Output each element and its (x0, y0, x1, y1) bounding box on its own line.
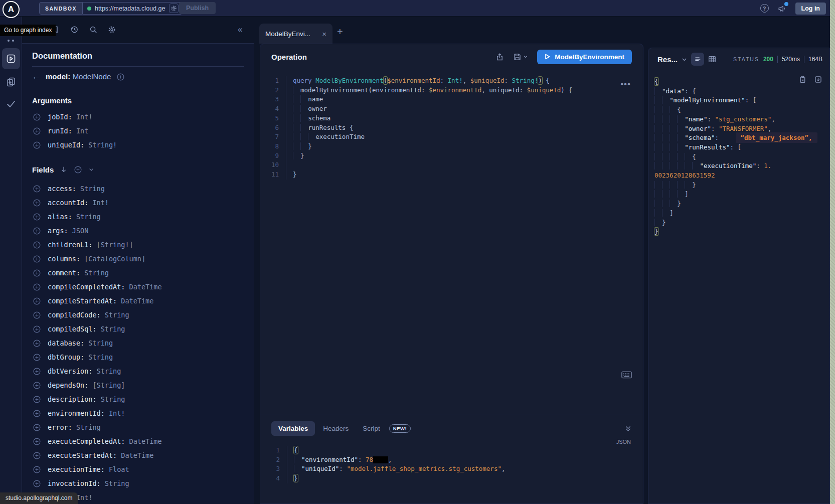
tab-script[interactable]: Script (357, 421, 386, 436)
field-row[interactable]: dependsOn: [String] (32, 378, 244, 392)
graph-index-button[interactable] (7, 37, 16, 43)
schema-diff-nav-button[interactable] (6, 76, 17, 87)
plus-circle-icon[interactable] (33, 367, 41, 376)
field-type[interactable]: String (105, 311, 129, 319)
announcements-button[interactable] (777, 4, 787, 13)
field-row[interactable]: dbtGroup: String (32, 350, 244, 364)
formatted-view-button[interactable] (691, 53, 704, 66)
plus-circle-icon[interactable] (33, 199, 41, 207)
field-type[interactable]: Int! (92, 199, 109, 207)
plus-circle-icon[interactable] (33, 325, 41, 333)
plus-circle-icon[interactable] (33, 255, 41, 263)
field-type[interactable]: String (76, 423, 101, 431)
arrow-down-icon[interactable] (60, 165, 68, 174)
argument-type[interactable]: Int (76, 127, 88, 135)
plus-circle-icon[interactable] (33, 423, 41, 432)
close-tab-button[interactable]: × (322, 30, 326, 38)
field-type[interactable]: DateTime (129, 437, 162, 445)
doc-field-type-link[interactable]: ModelNode (73, 72, 111, 81)
help-button[interactable]: ? (760, 4, 769, 13)
tab-headers[interactable]: Headers (317, 421, 355, 436)
checklist-nav-button[interactable] (6, 98, 17, 109)
field-type[interactable]: String (101, 395, 125, 403)
argument-row[interactable]: uniqueId: String! (32, 138, 244, 152)
field-type[interactable]: String (88, 339, 113, 347)
clipboard-icon[interactable] (798, 75, 807, 84)
collapse-variables-button[interactable] (624, 425, 632, 432)
field-row[interactable]: compiledSql: String (32, 322, 244, 336)
tab-variables[interactable]: Variables (271, 421, 315, 436)
plus-circle-icon[interactable] (33, 185, 41, 193)
plus-circle-icon[interactable] (33, 395, 41, 404)
apollo-logo[interactable]: A (3, 1, 20, 18)
argument-row[interactable]: runId: Int (32, 124, 244, 138)
field-type[interactable]: String (76, 213, 101, 221)
field-type[interactable]: String (80, 185, 105, 193)
endpoint-url-input[interactable]: https://metadata.cloud.getd (83, 2, 182, 15)
field-type[interactable]: String (105, 479, 129, 487)
field-row[interactable]: columns: [CatalogColumn] (32, 252, 244, 266)
settings-button[interactable] (107, 25, 116, 34)
plus-circle-icon[interactable] (33, 113, 41, 121)
field-row[interactable]: executionTime: Float (32, 462, 244, 476)
plus-circle-icon[interactable] (74, 165, 82, 174)
field-row[interactable]: executeStartedAt: DateTime (32, 448, 244, 462)
plus-circle-icon[interactable] (33, 297, 41, 305)
chevron-down-icon[interactable] (681, 56, 688, 63)
field-row[interactable]: description: String (32, 392, 244, 406)
variables-editor[interactable]: 1{2 "environmentId": 78,3 "uniqueId": "m… (271, 446, 632, 483)
argument-type[interactable]: Int! (76, 113, 93, 121)
plus-circle-icon[interactable] (33, 269, 41, 277)
field-type[interactable]: String (101, 325, 125, 333)
field-row[interactable]: environmentId: Int! (32, 406, 244, 420)
keyboard-shortcuts-button[interactable] (621, 371, 632, 379)
run-operation-button[interactable]: ModelByEnvironment (537, 50, 632, 64)
field-type[interactable]: [CatalogColumn] (84, 255, 145, 263)
field-row[interactable]: alias: String (32, 210, 244, 224)
save-operation-button[interactable] (513, 53, 528, 61)
field-row[interactable]: childrenL1: [String!] (32, 238, 244, 252)
plus-circle-icon[interactable] (33, 451, 41, 460)
new-tab-button[interactable]: + (337, 26, 343, 38)
field-type[interactable]: Float (109, 465, 129, 473)
plus-circle-icon[interactable] (33, 381, 41, 390)
field-row[interactable]: access: String (32, 182, 244, 196)
chevron-down-icon[interactable] (88, 166, 94, 173)
field-type[interactable]: String (84, 269, 109, 277)
field-type[interactable]: JSON (72, 227, 89, 235)
history-button[interactable] (70, 25, 79, 34)
plus-circle-icon[interactable] (33, 339, 41, 348)
field-type[interactable]: Int! (109, 409, 125, 417)
response-json[interactable]: { "data": { "modelByEnvironment": [ { "n… (654, 77, 829, 237)
plus-circle-icon[interactable] (33, 127, 41, 135)
field-type[interactable]: DateTime (129, 283, 162, 291)
field-type[interactable]: Int! (76, 493, 93, 501)
operation-tab[interactable]: ModelByEnvi... × (259, 24, 332, 44)
field-type[interactable]: [String!] (97, 241, 133, 249)
field-row[interactable]: error: String (32, 420, 244, 434)
field-row[interactable]: compileStartedAt: DateTime (32, 294, 244, 308)
field-row[interactable]: args: JSON (32, 224, 244, 238)
field-row[interactable]: invocationId: String (32, 476, 244, 490)
plus-circle-icon[interactable] (33, 227, 41, 235)
login-button[interactable]: Log in (795, 3, 826, 15)
field-row[interactable]: database: String (32, 336, 244, 350)
query-editor[interactable]: 1query ModelByEnvironment($environmentId… (260, 69, 643, 414)
plus-circle-icon[interactable] (33, 213, 41, 221)
endpoint-settings-button[interactable] (169, 4, 179, 13)
field-type[interactable]: String (97, 367, 121, 375)
field-type[interactable]: DateTime (121, 297, 153, 305)
plus-circle-icon[interactable] (33, 141, 41, 149)
more-options-icon[interactable]: ••• (620, 79, 631, 89)
search-button[interactable] (89, 25, 98, 34)
field-row[interactable]: accountId: Int! (32, 196, 244, 210)
field-type[interactable]: DateTime (121, 451, 153, 459)
field-row[interactable]: compileCompletedAt: DateTime (32, 280, 244, 294)
argument-row[interactable]: jobId: Int! (32, 110, 244, 124)
plus-circle-icon[interactable] (33, 241, 41, 249)
field-type[interactable]: String (88, 353, 113, 361)
field-type[interactable]: [String] (92, 381, 125, 389)
plus-circle-icon[interactable] (33, 283, 41, 291)
plus-circle-icon[interactable] (116, 73, 125, 81)
plus-circle-icon[interactable] (33, 409, 41, 418)
